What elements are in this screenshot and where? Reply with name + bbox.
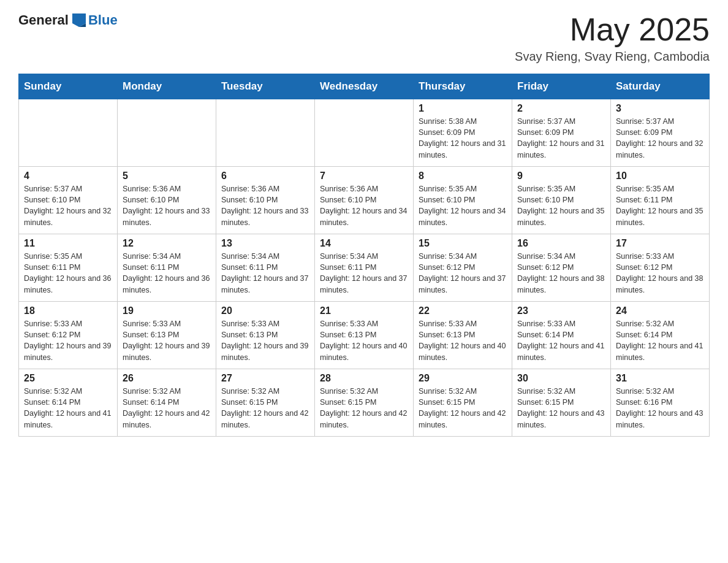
col-header-sunday: Sunday [19,74,118,99]
col-header-monday: Monday [118,74,216,99]
day-number: 5 [123,170,211,182]
calendar-day-16: 16Sunrise: 5:34 AM Sunset: 6:12 PM Dayli… [512,234,611,302]
day-info: Sunrise: 5:33 AM Sunset: 6:14 PM Dayligh… [517,318,605,363]
calendar-day-12: 12Sunrise: 5:34 AM Sunset: 6:11 PM Dayli… [118,234,216,302]
day-info: Sunrise: 5:34 AM Sunset: 6:12 PM Dayligh… [419,251,507,296]
day-info: Sunrise: 5:36 AM Sunset: 6:10 PM Dayligh… [123,183,211,228]
day-number: 22 [419,305,507,316]
calendar-day-18: 18Sunrise: 5:33 AM Sunset: 6:12 PM Dayli… [19,302,118,369]
col-header-saturday: Saturday [611,74,710,99]
day-number: 7 [320,170,408,182]
logo-blue: Blue [88,12,118,28]
day-number: 21 [320,305,408,316]
day-info: Sunrise: 5:34 AM Sunset: 6:11 PM Dayligh… [123,251,211,296]
day-number: 18 [24,305,112,316]
calendar-day-22: 22Sunrise: 5:33 AM Sunset: 6:13 PM Dayli… [414,302,512,369]
day-info: Sunrise: 5:33 AM Sunset: 6:13 PM Dayligh… [221,318,309,363]
day-number: 31 [616,373,704,384]
calendar-day-26: 26Sunrise: 5:32 AM Sunset: 6:14 PM Dayli… [118,369,216,437]
day-number: 4 [24,170,112,182]
calendar-day-21: 21Sunrise: 5:33 AM Sunset: 6:13 PM Dayli… [315,302,414,369]
day-info: Sunrise: 5:37 AM Sunset: 6:10 PM Dayligh… [24,183,112,228]
day-info: Sunrise: 5:36 AM Sunset: 6:10 PM Dayligh… [320,183,408,228]
calendar-day-4: 4Sunrise: 5:37 AM Sunset: 6:10 PM Daylig… [19,167,118,234]
calendar-day-9: 9Sunrise: 5:35 AM Sunset: 6:10 PM Daylig… [512,167,611,234]
day-number: 15 [419,238,507,249]
col-header-friday: Friday [512,74,611,99]
day-number: 3 [616,103,704,114]
calendar-day-15: 15Sunrise: 5:34 AM Sunset: 6:12 PM Dayli… [414,234,512,302]
day-number: 1 [419,103,507,114]
day-info: Sunrise: 5:32 AM Sunset: 6:14 PM Dayligh… [123,386,211,431]
calendar-day-17: 17Sunrise: 5:33 AM Sunset: 6:12 PM Dayli… [611,234,710,302]
day-info: Sunrise: 5:32 AM Sunset: 6:14 PM Dayligh… [616,318,704,363]
day-info: Sunrise: 5:33 AM Sunset: 6:13 PM Dayligh… [419,318,507,363]
day-info: Sunrise: 5:35 AM Sunset: 6:11 PM Dayligh… [24,251,112,296]
calendar-day-6: 6Sunrise: 5:36 AM Sunset: 6:10 PM Daylig… [216,167,315,234]
day-info: Sunrise: 5:32 AM Sunset: 6:14 PM Dayligh… [24,386,112,431]
day-info: Sunrise: 5:38 AM Sunset: 6:09 PM Dayligh… [419,116,507,161]
day-info: Sunrise: 5:36 AM Sunset: 6:10 PM Dayligh… [221,183,309,228]
day-info: Sunrise: 5:34 AM Sunset: 6:12 PM Dayligh… [517,251,605,296]
calendar-day-1: 1Sunrise: 5:38 AM Sunset: 6:09 PM Daylig… [414,99,512,167]
day-info: Sunrise: 5:32 AM Sunset: 6:15 PM Dayligh… [221,386,309,431]
col-header-thursday: Thursday [414,74,512,99]
logo: General Blue [18,12,118,28]
day-number: 8 [419,170,507,182]
page-header: General Blue May 2025 Svay Rieng, Svay R… [18,12,710,64]
day-info: Sunrise: 5:32 AM Sunset: 6:15 PM Dayligh… [320,386,408,431]
day-number: 6 [221,170,309,182]
day-info: Sunrise: 5:34 AM Sunset: 6:11 PM Dayligh… [221,251,309,296]
day-info: Sunrise: 5:33 AM Sunset: 6:13 PM Dayligh… [123,318,211,363]
day-number: 25 [24,373,112,384]
calendar-day-23: 23Sunrise: 5:33 AM Sunset: 6:14 PM Dayli… [512,302,611,369]
calendar-day-14: 14Sunrise: 5:34 AM Sunset: 6:11 PM Dayli… [315,234,414,302]
calendar-day-20: 20Sunrise: 5:33 AM Sunset: 6:13 PM Dayli… [216,302,315,369]
calendar-day-5: 5Sunrise: 5:36 AM Sunset: 6:10 PM Daylig… [118,167,216,234]
day-info: Sunrise: 5:32 AM Sunset: 6:15 PM Dayligh… [419,386,507,431]
calendar-day-25: 25Sunrise: 5:32 AM Sunset: 6:14 PM Dayli… [19,369,118,437]
day-number: 17 [616,238,704,249]
day-info: Sunrise: 5:32 AM Sunset: 6:16 PM Dayligh… [616,386,704,431]
day-number: 10 [616,170,704,182]
calendar-day-24: 24Sunrise: 5:32 AM Sunset: 6:14 PM Dayli… [611,302,710,369]
day-info: Sunrise: 5:34 AM Sunset: 6:11 PM Dayligh… [320,251,408,296]
calendar-day-7: 7Sunrise: 5:36 AM Sunset: 6:10 PM Daylig… [315,167,414,234]
day-number: 24 [616,305,704,316]
day-number: 11 [24,238,112,249]
calendar-week-row: 11Sunrise: 5:35 AM Sunset: 6:11 PM Dayli… [19,234,710,302]
day-number: 26 [123,373,211,384]
calendar-header-row: SundayMondayTuesdayWednesdayThursdayFrid… [19,74,710,99]
day-number: 12 [123,238,211,249]
empty-day-cell [216,99,315,167]
empty-day-cell [315,99,414,167]
day-number: 20 [221,305,309,316]
day-number: 13 [221,238,309,249]
day-info: Sunrise: 5:35 AM Sunset: 6:11 PM Dayligh… [616,183,704,228]
location-title: Svay Rieng, Svay Rieng, Cambodia [515,50,710,64]
calendar-day-27: 27Sunrise: 5:32 AM Sunset: 6:15 PM Dayli… [216,369,315,437]
day-number: 23 [517,305,605,316]
calendar-day-28: 28Sunrise: 5:32 AM Sunset: 6:15 PM Dayli… [315,369,414,437]
calendar-day-10: 10Sunrise: 5:35 AM Sunset: 6:11 PM Dayli… [611,167,710,234]
empty-day-cell [118,99,216,167]
day-info: Sunrise: 5:33 AM Sunset: 6:12 PM Dayligh… [24,318,112,363]
calendar-day-30: 30Sunrise: 5:32 AM Sunset: 6:15 PM Dayli… [512,369,611,437]
day-number: 9 [517,170,605,182]
calendar-day-11: 11Sunrise: 5:35 AM Sunset: 6:11 PM Dayli… [19,234,118,302]
calendar-day-2: 2Sunrise: 5:37 AM Sunset: 6:09 PM Daylig… [512,99,611,167]
day-info: Sunrise: 5:37 AM Sunset: 6:09 PM Dayligh… [616,116,704,161]
day-number: 16 [517,238,605,249]
calendar-day-13: 13Sunrise: 5:34 AM Sunset: 6:11 PM Dayli… [216,234,315,302]
day-number: 27 [221,373,309,384]
calendar-day-19: 19Sunrise: 5:33 AM Sunset: 6:13 PM Dayli… [118,302,216,369]
day-number: 2 [517,103,605,114]
day-info: Sunrise: 5:33 AM Sunset: 6:13 PM Dayligh… [320,318,408,363]
logo-general: General [18,12,69,28]
day-info: Sunrise: 5:35 AM Sunset: 6:10 PM Dayligh… [419,183,507,228]
calendar-week-row: 25Sunrise: 5:32 AM Sunset: 6:14 PM Dayli… [19,369,710,437]
col-header-tuesday: Tuesday [216,74,315,99]
day-number: 30 [517,373,605,384]
calendar-day-8: 8Sunrise: 5:35 AM Sunset: 6:10 PM Daylig… [414,167,512,234]
empty-day-cell [19,99,118,167]
